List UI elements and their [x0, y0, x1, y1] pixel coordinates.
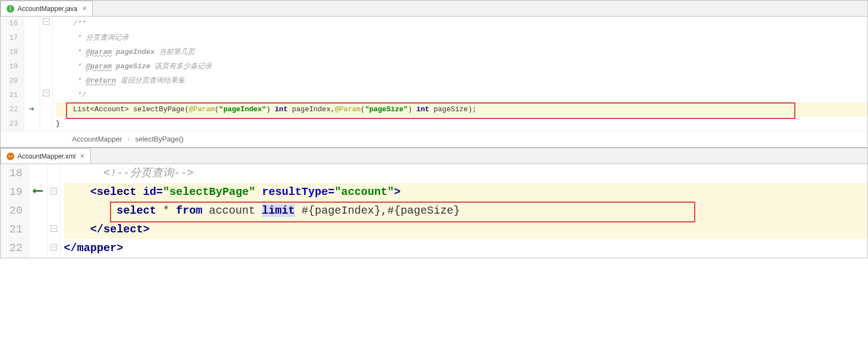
highlighted-line: List<Account> selectByPage(@Param("pageI… [56, 102, 867, 117]
xml-editor[interactable]: 18 19 20 21 22 🠔 <!--分页查询--> <select id=… [1, 164, 867, 258]
xml-code-area[interactable]: <!--分页查询--> <select id="selectByPage" re… [61, 164, 867, 258]
line-number: 17 [9, 31, 18, 45]
java-gutter: 16 17 18 19 20 21 22 23 [1, 17, 24, 131]
line-number: 18 [9, 164, 23, 183]
line-number: 21 [9, 88, 18, 102]
interface-icon: I [7, 5, 14, 13]
fold-toggle-icon[interactable] [43, 90, 50, 96]
java-marker-strip: ➔ [24, 17, 40, 131]
xml-gutter: 18 19 20 21 22 [1, 164, 29, 258]
close-icon[interactable]: ✕ [82, 5, 87, 12]
line-number: 23 [9, 117, 18, 131]
xml-fold-strip [48, 164, 61, 258]
line-number: 22 [9, 239, 23, 258]
fold-toggle-icon[interactable] [51, 225, 57, 232]
tab-label: AccountMapper.xml [18, 153, 75, 160]
fold-toggle-icon[interactable] [51, 244, 57, 251]
line-number: 19 [9, 183, 23, 202]
arrow-right-icon: ➔ [29, 105, 35, 115]
java-tabbar: I AccountMapper.java ✕ [1, 1, 867, 17]
line-number: 18 [9, 45, 18, 59]
line-number: 22 [9, 102, 18, 117]
java-editor[interactable]: 16 17 18 19 20 21 22 23 ➔ /** * 分页查询记录 [1, 17, 867, 131]
java-breadcrumb[interactable]: AccountMapper › selectByPage() [1, 131, 867, 147]
close-icon[interactable]: ✕ [80, 153, 85, 160]
code-text: <!--分页查询--> [64, 164, 867, 183]
code-text: </select> [64, 220, 867, 239]
line-number: 20 [9, 202, 23, 220]
code-text: */ [56, 91, 86, 99]
line-number: 16 [9, 17, 18, 31]
tab-label: AccountMapper.java [18, 5, 78, 13]
fold-toggle-icon[interactable] [51, 188, 57, 194]
tab-accountmapper-java[interactable]: I AccountMapper.java ✕ [1, 1, 93, 16]
java-code-area[interactable]: /** * 分页查询记录 * @param pageIndex 当前第几页 * … [53, 17, 867, 131]
fold-toggle-icon[interactable] [43, 18, 50, 25]
arrow-left-icon: 🠔 [32, 186, 43, 198]
code-text: * @param pageIndex 当前第几页 [56, 48, 195, 56]
breadcrumb-item[interactable]: selectByPage() [135, 135, 184, 143]
line-number: 21 [9, 220, 23, 239]
tab-accountmapper-xml[interactable]: <> AccountMapper.xml ✕ [1, 148, 91, 164]
xml-marker-strip: 🠔 [29, 164, 48, 258]
code-text: /** [56, 19, 86, 28]
code-text: * 分页查询记录 [56, 34, 129, 42]
breadcrumb-item[interactable]: AccountMapper [72, 135, 122, 143]
chevron-right-icon: › [128, 135, 130, 143]
highlighted-line: select * from account limit #{pageIndex}… [64, 202, 867, 220]
xml-editor-panel: <> AccountMapper.xml ✕ 18 19 20 21 22 🠔 [0, 148, 868, 258]
java-editor-panel: I AccountMapper.java ✕ 16 17 18 19 20 21… [0, 0, 868, 148]
line-number: 20 [9, 74, 18, 88]
line-number: 19 [9, 59, 18, 74]
java-fold-strip [40, 17, 53, 131]
code-text: </mapper> [64, 239, 867, 258]
code-text: * @return 返回分页查询结果集 [56, 77, 185, 85]
highlighted-line: <select id="selectByPage" resultType="ac… [64, 183, 867, 202]
code-text: } [56, 117, 867, 131]
code-text: * @param pageSize 该页有多少条记录 [56, 62, 212, 70]
xml-file-icon: <> [7, 153, 14, 160]
xml-tabbar: <> AccountMapper.xml ✕ [1, 148, 867, 164]
